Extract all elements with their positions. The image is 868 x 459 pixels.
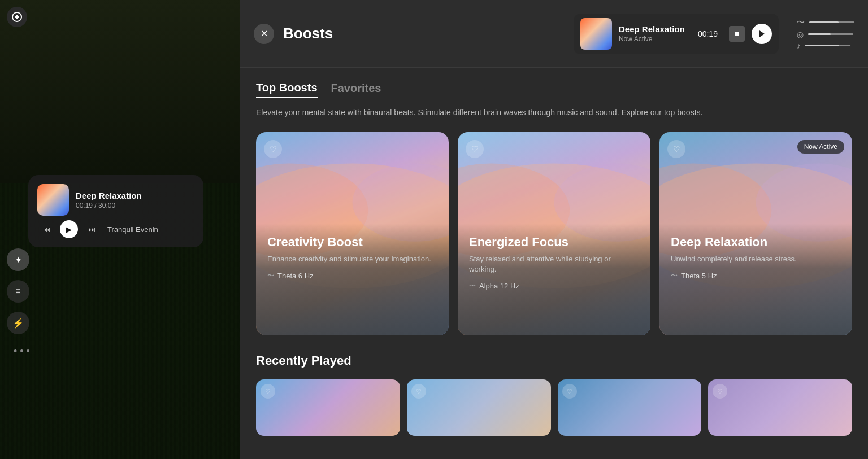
- card-freq-focus: 〜 Alpha 12 Hz: [469, 281, 639, 291]
- card-overlay-focus: Energized Focus Stay relaxed and attenti…: [458, 224, 650, 335]
- tab-favorites[interactable]: Favorites: [331, 81, 381, 98]
- boost-card-focus[interactable]: ♡ Energized Focus Stay relaxed and atten…: [458, 132, 650, 335]
- freq-label-focus: Alpha 12 Hz: [479, 282, 519, 290]
- card-title-creativity: Creativity Boost: [267, 235, 437, 250]
- recent-card-3[interactable]: ♡: [558, 379, 702, 436]
- card-desc-relaxation: Unwind completely and release stress.: [671, 254, 841, 264]
- card-overlay-creativity: Creativity Boost Enhance creativity and …: [256, 224, 449, 335]
- freq-icon-relaxation: 〜: [671, 271, 678, 281]
- mini-track-name: Tranquil Evenin: [105, 225, 194, 234]
- recent-card-2[interactable]: ♡: [407, 379, 551, 436]
- mini-player: Deep Relaxation 00:19 / 30:00 ⏮ ▶ ⏭ Tran…: [28, 175, 203, 247]
- mini-track-time: 00:19 / 30:00: [76, 202, 194, 209]
- np-info: Deep Relaxation Now Active: [619, 24, 687, 43]
- svg-rect-1: [735, 32, 739, 36]
- recent-card-img-4: [708, 379, 852, 436]
- left-panel: Deep Relaxation 00:19 / 30:00 ⏮ ▶ ⏭ Tran…: [0, 0, 240, 459]
- music-icon: ♪: [797, 41, 801, 50]
- tab-top-boosts[interactable]: Top Boosts: [256, 81, 318, 98]
- play-pause-button[interactable]: ▶: [60, 220, 78, 238]
- app-icon: [7, 7, 27, 27]
- description: Elevate your mental state with binaural …: [256, 107, 765, 119]
- favorite-button-focus[interactable]: ♡: [466, 140, 484, 158]
- wave-icon: 〜: [797, 18, 805, 28]
- sidebar-icons: ✦ ≡ ⚡ • • •: [7, 248, 37, 360]
- volume-slider[interactable]: [809, 21, 854, 23]
- favorite-button-creativity[interactable]: ♡: [264, 140, 282, 158]
- np-time: 00:19: [698, 29, 718, 38]
- eq2-slider[interactable]: [805, 45, 850, 46]
- recent-fav-btn-3[interactable]: ♡: [562, 384, 577, 399]
- close-button[interactable]: ✕: [254, 24, 274, 44]
- recent-card-4[interactable]: ♡: [708, 379, 852, 436]
- np-status: Now Active: [619, 35, 687, 43]
- now-playing-bar: Deep Relaxation Now Active 00:19: [574, 14, 779, 54]
- recent-card-img-3: [558, 379, 702, 436]
- more-options[interactable]: • • •: [7, 343, 37, 360]
- content-scroll[interactable]: Top Boosts Favorites Elevate your mental…: [240, 68, 868, 459]
- next-button[interactable]: ⏭: [83, 220, 101, 238]
- main-content: ✕ Boosts Deep Relaxation Now Active 00:1…: [240, 0, 868, 459]
- np-play-button[interactable]: [752, 24, 772, 44]
- now-active-badge: Now Active: [797, 140, 844, 154]
- card-desc-creativity: Enhance creativity and stimulate your im…: [267, 254, 437, 264]
- recently-played-title: Recently Played: [256, 353, 852, 368]
- boost-card-creativity[interactable]: ♡ Creativity Boost Enhance creativity an…: [256, 132, 449, 335]
- boost-cards-grid: ♡ Creativity Boost Enhance creativity an…: [256, 132, 852, 335]
- sidebar-icon-sliders[interactable]: ≡: [7, 280, 29, 303]
- card-overlay-relaxation: Deep Relaxation Unwind completely and re…: [659, 224, 852, 335]
- np-title: Deep Relaxation: [619, 24, 687, 34]
- np-album-art: [580, 18, 612, 50]
- right-controls: 〜 ◎ ♪: [797, 18, 854, 50]
- card-freq-creativity: 〜 Theta 6 Hz: [267, 271, 437, 281]
- tabs: Top Boosts Favorites: [256, 81, 852, 98]
- sidebar-icon-bolt[interactable]: ⚡: [7, 312, 29, 334]
- svg-marker-2: [760, 30, 765, 37]
- recent-card-1[interactable]: ♡: [256, 379, 400, 436]
- card-title-relaxation: Deep Relaxation: [671, 235, 841, 250]
- sidebar-icon-star[interactable]: ✦: [7, 248, 29, 271]
- recent-fav-btn-2[interactable]: ♡: [411, 384, 426, 399]
- circle-icon: ◎: [797, 30, 804, 39]
- page-title: Boosts: [283, 25, 333, 42]
- top-bar: ✕ Boosts Deep Relaxation Now Active 00:1…: [240, 0, 868, 68]
- recent-fav-btn-1[interactable]: ♡: [261, 384, 275, 399]
- freq-icon-focus: 〜: [469, 281, 476, 291]
- freq-icon-creativity: 〜: [267, 271, 274, 281]
- recent-card-img-2: [407, 379, 551, 436]
- card-desc-focus: Stay relaxed and attentive while studyin…: [469, 254, 639, 274]
- card-freq-relaxation: 〜 Theta 5 Hz: [671, 271, 841, 281]
- favorite-button-relaxation[interactable]: ♡: [667, 140, 685, 158]
- freq-label-creativity: Theta 6 Hz: [277, 272, 314, 280]
- card-title-focus: Energized Focus: [469, 235, 639, 250]
- boost-card-relaxation[interactable]: ♡ Now Active Deep Relaxation Unwind comp…: [659, 132, 852, 335]
- mini-track-title: Deep Relaxation: [76, 191, 194, 200]
- stop-button[interactable]: [729, 26, 745, 42]
- freq-label-relaxation: Theta 5 Hz: [681, 272, 717, 280]
- recently-played-row: ♡ ♡ ♡ ♡: [256, 379, 852, 436]
- prev-button[interactable]: ⏮: [37, 220, 55, 238]
- recent-card-img-1: [256, 379, 400, 436]
- mini-track-info: Deep Relaxation 00:19 / 30:00: [76, 191, 194, 209]
- mini-player-controls: ⏮ ▶ ⏭ Tranquil Evenin: [37, 220, 194, 238]
- eq1-slider[interactable]: [808, 33, 853, 35]
- mini-album-art: [37, 184, 69, 216]
